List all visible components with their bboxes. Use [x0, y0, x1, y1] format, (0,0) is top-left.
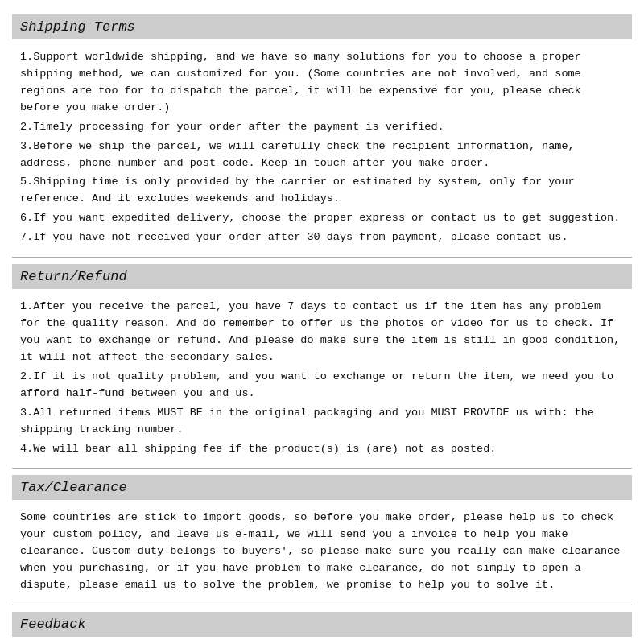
section-content-shipping: 1.Support worldwide shipping, and we hav… [12, 46, 632, 257]
paragraph: 2.If it is not quality problem, and you … [20, 369, 624, 402]
paragraph: 1.Support worldwide shipping, and we hav… [20, 49, 624, 117]
paragraph: 5.Shipping time is only provided by the … [20, 174, 624, 208]
paragraph: Some countries are stick to import goods… [20, 510, 624, 594]
paragraph: 6.If you want expedited delivery, choose… [20, 210, 624, 227]
divider [12, 468, 632, 469]
page-container: Shipping Terms1.Support worldwide shippi… [0, 0, 644, 644]
section-shipping: Shipping Terms1.Support worldwide shippi… [12, 14, 632, 258]
section-title-feedback: Feedback [20, 617, 624, 632]
section-content-return: 1.After you receive the parcel, you have… [12, 295, 632, 468]
paragraph: 1.After you receive the parcel, you have… [20, 299, 624, 366]
paragraph: 3.All returned items MUST BE in the orig… [20, 405, 624, 439]
section-title-tax: Tax/Clearance [20, 480, 624, 495]
section-header-return: Return/Refund [12, 264, 632, 289]
section-header-shipping: Shipping Terms [12, 14, 632, 39]
section-header-tax: Tax/Clearance [12, 475, 632, 500]
divider [12, 257, 632, 258]
section-title-return: Return/Refund [20, 269, 624, 284]
section-content-tax: Some countries are stick to import goods… [12, 506, 632, 605]
divider [12, 605, 632, 605]
section-feedback: FeedbackFive stars are our power to do b… [12, 612, 632, 644]
paragraph: 3.Before we ship the parcel, we will car… [20, 138, 624, 172]
section-tax: Tax/ClearanceSome countries are stick to… [12, 475, 632, 605]
paragraph: 2.Timely processing for your order after… [20, 119, 624, 136]
section-return: Return/Refund1.After you receive the par… [12, 264, 632, 469]
paragraph: 4.We will bear all shipping fee if the p… [20, 441, 624, 458]
paragraph: 7.If you have not received your order af… [20, 229, 624, 246]
section-header-feedback: Feedback [12, 612, 632, 637]
section-title-shipping: Shipping Terms [20, 19, 624, 35]
